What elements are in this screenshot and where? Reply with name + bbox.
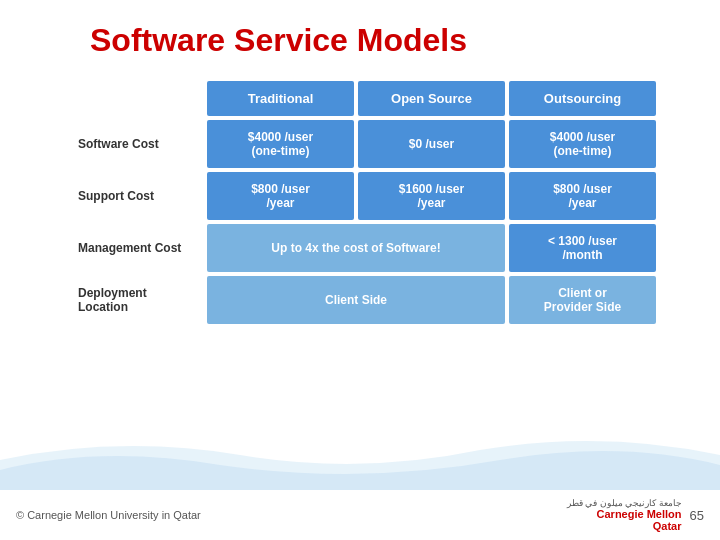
- label-management-cost: Management Cost: [74, 224, 203, 272]
- cell-outsourcing-software: $4000 /user(one-time): [509, 120, 656, 168]
- header-empty: [74, 81, 203, 116]
- table-row-management-cost: Management Cost Up to 4x the cost of Sof…: [74, 224, 656, 272]
- cell-deployment-span: Client Side: [207, 276, 505, 324]
- cmu-logo: جامعة كارنيجي ميلون في قطر Carnegie Mell…: [567, 498, 682, 532]
- cell-outsourcing-deployment: Client orProvider Side: [509, 276, 656, 324]
- cell-traditional-software: $4000 /user(one-time): [207, 120, 354, 168]
- cell-traditional-support: $800 /user/year: [207, 172, 354, 220]
- cmu-qatar-text: Qatar: [653, 520, 682, 532]
- label-software-cost: Software Cost: [74, 120, 203, 168]
- cmu-brand-text: Carnegie Mellon: [597, 508, 682, 520]
- header-traditional: Traditional: [207, 81, 354, 116]
- cell-outsourcing-management: < 1300 /user/month: [509, 224, 656, 272]
- comparison-table-container: Traditional Open Source Outsourcing Soft…: [70, 77, 660, 328]
- table-row-software-cost: Software Cost $4000 /user(one-time) $0 /…: [74, 120, 656, 168]
- header-opensource: Open Source: [358, 81, 505, 116]
- table-row-deployment: DeploymentLocation Client Side Client or…: [74, 276, 656, 324]
- table-header-row: Traditional Open Source Outsourcing: [74, 81, 656, 116]
- cell-opensource-support: $1600 /user/year: [358, 172, 505, 220]
- header-outsourcing: Outsourcing: [509, 81, 656, 116]
- slide-container: Software Service Models Traditional Open…: [0, 0, 720, 540]
- label-support-cost: Support Cost: [74, 172, 203, 220]
- table-row-support-cost: Support Cost $800 /user/year $1600 /user…: [74, 172, 656, 220]
- footer-right: جامعة كارنيجي ميلون في قطر Carnegie Mell…: [567, 498, 704, 532]
- cell-outsourcing-support: $800 /user/year: [509, 172, 656, 220]
- cell-opensource-software: $0 /user: [358, 120, 505, 168]
- slide-title: Software Service Models: [0, 0, 720, 77]
- page-number: 65: [690, 508, 704, 523]
- slide-footer: © Carnegie Mellon University in Qatar جا…: [0, 498, 720, 532]
- comparison-table: Traditional Open Source Outsourcing Soft…: [70, 77, 660, 328]
- label-deployment: DeploymentLocation: [74, 276, 203, 324]
- cell-management-span: Up to 4x the cost of Software!: [207, 224, 505, 272]
- cmu-arabic-text: جامعة كارنيجي ميلون في قطر: [567, 498, 682, 508]
- copyright-text: © Carnegie Mellon University in Qatar: [16, 509, 201, 521]
- decorative-wave: [0, 430, 720, 490]
